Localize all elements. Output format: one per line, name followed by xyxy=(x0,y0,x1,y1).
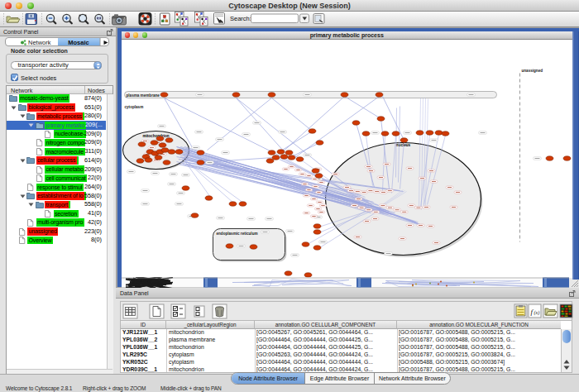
svg-text:endoplasmic reticulum: endoplasmic reticulum xyxy=(216,231,257,235)
svg-text:(x): (x) xyxy=(534,310,540,316)
svg-text:mitochondrion: mitochondrion xyxy=(142,133,169,137)
svg-text:Mosaic: Mosaic xyxy=(68,39,89,46)
svg-text:Search:: Search: xyxy=(230,15,251,22)
svg-text:plasma membrane: plasma membrane xyxy=(126,93,160,98)
svg-text:cytoplasm: cytoplasm xyxy=(124,104,143,108)
svg-text:unassigned: unassigned xyxy=(521,68,543,72)
svg-text:Network: Network xyxy=(28,39,51,46)
